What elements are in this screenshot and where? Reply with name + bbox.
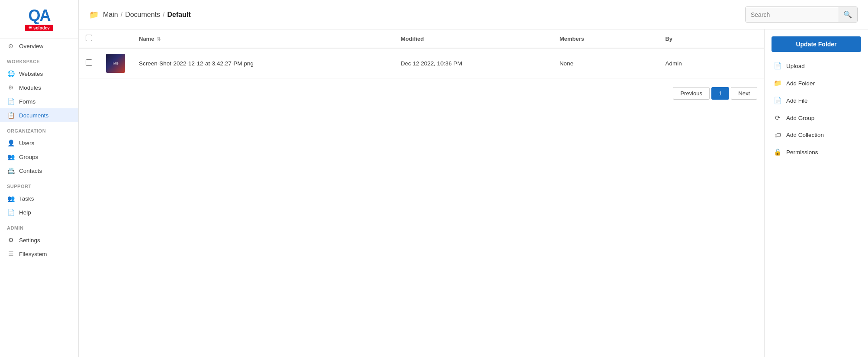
- websites-icon: 🌐: [7, 70, 15, 77]
- sidebar-item-modules[interactable]: ⚙ Modules: [0, 81, 78, 94]
- name-sort-icon: ⇅: [157, 36, 161, 42]
- folder-icon: 📁: [89, 10, 99, 19]
- page-1-button[interactable]: 1: [711, 87, 729, 100]
- upload-icon: 📄: [773, 62, 782, 70]
- workspace-label: WORKSPACE: [0, 53, 78, 67]
- modules-icon: ⚙: [7, 84, 15, 91]
- logo: QA ✳ solodev: [22, 4, 57, 35]
- file-area: Name ⇅ Modified Members By: [79, 29, 764, 357]
- sidebar-item-documents[interactable]: 📋 Documents: [0, 108, 78, 122]
- overview-icon: ⊙: [7, 42, 15, 49]
- column-by: By: [658, 29, 764, 48]
- upload-action[interactable]: 📄 Upload: [772, 59, 861, 73]
- sidebar: QA ✳ solodev ⊙ Overview WORKSPACE 🌐 Webs…: [0, 0, 79, 357]
- users-icon: 👤: [7, 140, 15, 146]
- add-file-icon: 📄: [773, 97, 782, 104]
- sidebar-item-settings[interactable]: ⚙ Settings: [0, 233, 78, 247]
- permissions-action[interactable]: 🔒 Permissions: [772, 145, 861, 159]
- permissions-icon: 🔒: [773, 148, 782, 156]
- next-button[interactable]: Next: [731, 87, 757, 100]
- filesystem-icon: ☰: [7, 250, 15, 257]
- table-row: IMG Screen-Shot-2022-12-12-at-3.42.27-PM…: [79, 48, 764, 78]
- logo-brand: ✳ solodev: [25, 25, 53, 31]
- logo-text: QA: [29, 8, 50, 23]
- help-icon: 📄: [7, 209, 15, 216]
- file-by: Admin: [658, 48, 764, 78]
- file-members: None: [553, 48, 659, 78]
- add-group-action[interactable]: ⟳ Add Group: [772, 111, 861, 125]
- select-all-checkbox[interactable]: [86, 35, 92, 41]
- tasks-icon: 👥: [7, 195, 15, 202]
- breadcrumb-current: Default: [167, 11, 191, 19]
- sidebar-item-websites[interactable]: 🌐 Websites: [0, 67, 78, 81]
- update-folder-button[interactable]: Update Folder: [772, 36, 861, 52]
- admin-label: ADMIN: [0, 219, 78, 233]
- breadcrumb: 📁 Main / Documents / Default: [89, 10, 191, 19]
- main-content: 📁 Main / Documents / Default 🔍: [79, 0, 868, 357]
- settings-icon: ⚙: [7, 237, 15, 243]
- sidebar-item-filesystem[interactable]: ☰ Filesystem: [0, 247, 78, 261]
- sidebar-item-contacts[interactable]: 📇 Contacts: [0, 164, 78, 178]
- file-table-body: IMG Screen-Shot-2022-12-12-at-3.42.27-PM…: [79, 48, 764, 78]
- organization-label: ORGANIZATION: [0, 122, 78, 136]
- sidebar-item-overview[interactable]: ⊙ Overview: [0, 39, 78, 53]
- column-modified: Modified: [394, 29, 553, 48]
- file-thumbnail: IMG: [106, 54, 125, 73]
- breadcrumb-documents: Documents: [125, 11, 160, 19]
- sidebar-item-help[interactable]: 📄 Help: [0, 205, 78, 219]
- add-collection-icon: 🏷: [773, 131, 782, 139]
- previous-button[interactable]: Previous: [673, 87, 710, 100]
- add-file-action[interactable]: 📄 Add File: [772, 94, 861, 107]
- column-name: Name ⇅: [132, 29, 394, 48]
- row-checkbox[interactable]: [86, 59, 92, 66]
- add-folder-action[interactable]: 📁 Add Folder: [772, 76, 861, 90]
- search-button[interactable]: 🔍: [838, 7, 857, 22]
- logo-area: QA ✳ solodev: [0, 0, 78, 39]
- support-label: SUPPORT: [0, 178, 78, 191]
- sidebar-item-users[interactable]: 👤 Users: [0, 136, 78, 150]
- search-input[interactable]: [746, 8, 838, 22]
- documents-icon: 📋: [7, 112, 15, 119]
- add-group-icon: ⟳: [773, 114, 782, 122]
- sidebar-item-forms[interactable]: 📄 Forms: [0, 94, 78, 108]
- topbar: 📁 Main / Documents / Default 🔍: [79, 0, 868, 29]
- search-box: 🔍: [745, 6, 858, 23]
- add-collection-action[interactable]: 🏷 Add Collection: [772, 128, 861, 142]
- file-modified: Dec 12 2022, 10:36 PM: [394, 48, 553, 78]
- right-panel: Update Folder 📄 Upload 📁 Add Folder 📄 Ad…: [764, 29, 868, 357]
- add-folder-icon: 📁: [773, 79, 782, 87]
- file-table: Name ⇅ Modified Members By: [79, 29, 764, 78]
- pagination: Previous 1 Next: [79, 78, 764, 108]
- breadcrumb-main: Main: [103, 11, 118, 19]
- groups-icon: 👥: [7, 153, 15, 160]
- column-members: Members: [553, 29, 659, 48]
- contacts-icon: 📇: [7, 167, 15, 174]
- sidebar-item-tasks[interactable]: 👥 Tasks: [0, 191, 78, 205]
- logo-star-icon: ✳: [29, 26, 32, 30]
- file-name: Screen-Shot-2022-12-12-at-3.42.27-PM.png: [132, 48, 394, 78]
- forms-icon: 📄: [7, 98, 15, 105]
- sidebar-item-groups[interactable]: 👥 Groups: [0, 150, 78, 164]
- content-area: Name ⇅ Modified Members By: [79, 29, 868, 357]
